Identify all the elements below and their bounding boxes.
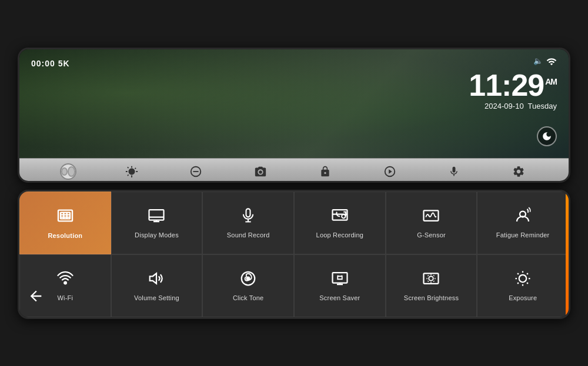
camera-button[interactable]	[251, 162, 270, 181]
svg-point-42	[519, 275, 527, 283]
clock-icons: 🔈	[469, 56, 557, 69]
menu-item-loop-recording[interactable]: Loop Recording	[294, 192, 386, 254]
g-sensor-label: G-Sensor	[417, 231, 446, 239]
svg-rect-15	[246, 209, 250, 217]
menu-item-exposure[interactable]: Exposure	[477, 254, 569, 317]
wifi-icon	[546, 56, 557, 69]
settings-button[interactable]	[509, 162, 528, 181]
svg-rect-32	[424, 273, 439, 284]
orange-accent-bar	[566, 192, 569, 317]
lock-button[interactable]	[316, 162, 335, 181]
g-sensor-icon	[422, 207, 440, 227]
minus-button[interactable]	[186, 162, 205, 181]
svg-line-40	[428, 281, 429, 281]
display-modes-icon	[148, 207, 165, 227]
screen-saver-icon	[331, 270, 349, 290]
volume-setting-icon	[148, 270, 165, 290]
clock-date: 2024-09-10 Tuesday	[469, 102, 557, 110]
clock-time: 11:29AM	[469, 70, 557, 100]
svg-line-30	[338, 276, 338, 276]
night-mode-button[interactable]	[537, 126, 557, 146]
svg-line-39	[434, 281, 435, 281]
exposure-icon	[514, 270, 532, 290]
click-tone-icon	[239, 270, 257, 290]
menu-item-click-tone[interactable]: Click Tone	[202, 254, 294, 317]
menu-item-volume-setting[interactable]: Volume Setting	[111, 254, 203, 317]
top-screen: 00:00 5K 🔈 11:29AM 2024-09-10 Tuesday	[19, 49, 569, 158]
screen-brightness-label: Screen Brightness	[404, 294, 459, 301]
record-button[interactable]	[60, 163, 76, 180]
bottom-menu-device: Resolution Display Modes	[18, 190, 570, 319]
microphone-button[interactable]	[445, 162, 463, 181]
back-button[interactable]	[25, 286, 46, 307]
svg-point-33	[429, 276, 434, 281]
speaker-icon: 🔈	[533, 56, 543, 69]
menu-screen: Resolution Display Modes	[19, 192, 569, 317]
svg-line-31	[341, 276, 342, 276]
display-modes-label: Display Modes	[135, 231, 179, 239]
svg-line-50	[527, 273, 528, 274]
menu-item-sound-record[interactable]: Sound Record	[202, 192, 294, 254]
wifi-label: Wi-Fi	[58, 294, 74, 301]
sound-record-icon	[240, 207, 256, 227]
svg-line-41	[434, 276, 435, 276]
svg-point-20	[342, 214, 345, 218]
fatigue-reminder-icon	[514, 207, 532, 227]
exposure-label: Exposure	[509, 294, 537, 301]
svg-point-23	[64, 282, 66, 284]
screen-brightness-icon	[422, 270, 440, 290]
volume-setting-label: Volume Setting	[134, 294, 179, 301]
menu-item-fatigue-reminder[interactable]: Fatigue Reminder	[477, 192, 569, 254]
svg-line-47	[517, 273, 519, 274]
loop-recording-label: Loop Recording	[316, 231, 363, 239]
svg-line-38	[428, 276, 429, 276]
svg-rect-27	[332, 273, 347, 283]
click-tone-label: Click Tone	[233, 294, 264, 301]
svg-marker-24	[150, 273, 156, 284]
svg-point-2	[259, 170, 262, 174]
svg-line-48	[527, 283, 528, 284]
recording-info: 00:00 5K	[31, 59, 70, 68]
svg-line-49	[517, 283, 519, 284]
menu-item-screen-saver[interactable]: Screen Saver	[294, 254, 386, 317]
playback-button[interactable]	[380, 162, 399, 181]
wifi-icon	[56, 270, 74, 290]
screen-saver-label: Screen Saver	[319, 294, 360, 301]
svg-point-26	[247, 277, 250, 280]
menu-grid: Resolution Display Modes	[19, 192, 569, 317]
menu-item-g-sensor[interactable]: G-Sensor	[386, 192, 477, 254]
fatigue-reminder-label: Fatigue Reminder	[496, 231, 550, 239]
menu-item-resolution[interactable]: Resolution	[19, 192, 111, 254]
resolution-icon	[56, 206, 75, 227]
svg-rect-11	[149, 210, 164, 220]
sound-record-label: Sound Record	[227, 231, 270, 239]
svg-marker-4	[389, 169, 392, 173]
menu-item-screen-brightness[interactable]: Screen Brightness	[386, 254, 477, 317]
toolbar	[19, 158, 569, 183]
menu-item-display-modes[interactable]: Display Modes	[111, 192, 203, 254]
clock-area: 🔈 11:29AM 2024-09-10 Tuesday	[469, 56, 557, 110]
top-mirror-device: 00:00 5K 🔈 11:29AM 2024-09-10 Tuesday	[18, 48, 570, 183]
resolution-label: Resolution	[48, 232, 82, 239]
brightness-button[interactable]	[122, 162, 141, 181]
loop-recording-icon	[331, 207, 349, 227]
